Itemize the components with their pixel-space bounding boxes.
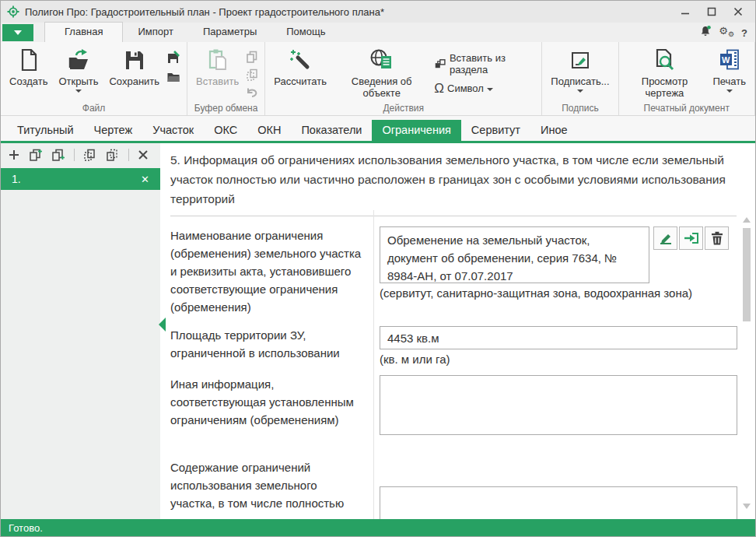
- copy-add-icon: [29, 148, 43, 162]
- chevron-down-icon: [75, 90, 82, 93]
- tab-restrictions[interactable]: Ограничения: [372, 120, 460, 141]
- copy-icon: [246, 51, 258, 63]
- edit-field-button[interactable]: [653, 226, 677, 250]
- symbol-button[interactable]: Ω Символ: [434, 82, 534, 95]
- record-item-label: 1.: [12, 173, 21, 185]
- scrollbar-thumb[interactable]: [743, 228, 751, 321]
- ribbon-tab-import[interactable]: Импорт: [123, 23, 187, 42]
- delete-record-button[interactable]: [138, 149, 149, 160]
- app-menu-button[interactable]: [2, 24, 33, 41]
- drawing-preview-button[interactable]: Просмотр чертежа: [622, 46, 708, 100]
- clear-field-button[interactable]: [705, 226, 729, 250]
- quick-icons: ⚙⚙ ?: [699, 25, 747, 40]
- insert-value-button[interactable]: [679, 226, 703, 250]
- paste-before-icon: [83, 148, 97, 162]
- paste-after-icon: [106, 148, 120, 162]
- maximize-button[interactable]: [707, 7, 716, 16]
- notifications-button[interactable]: [699, 25, 712, 40]
- close-button[interactable]: [733, 7, 743, 16]
- restriction-content-textarea[interactable]: [380, 486, 737, 519]
- group-label-print-document: Печатный документ: [619, 103, 754, 114]
- records-panel: 1. ✕: [1, 143, 160, 519]
- print-button[interactable]: W Печать: [707, 46, 751, 94]
- vertical-scrollbar[interactable]: [740, 216, 753, 511]
- insert-from-section-button[interactable]: Вставить из раздела: [434, 52, 534, 75]
- field-label: Площадь территории ЗУ, ограниченной в ис…: [170, 326, 380, 366]
- ribbon-tab-strip: Главная Импорт Параметры Помощь ⚙⚙ ?: [1, 23, 755, 42]
- ribbon-tab-main[interactable]: Главная: [44, 22, 123, 42]
- preview-drawing-icon: [652, 47, 677, 72]
- section-heading: 5. Информация об ограничениях использова…: [170, 150, 737, 209]
- folder-icon: [166, 70, 180, 84]
- tab-title-page[interactable]: Титульный: [7, 120, 84, 141]
- undo-button[interactable]: [246, 86, 258, 99]
- tab-parcel[interactable]: Участок: [142, 120, 204, 141]
- save-as-button[interactable]: [166, 51, 180, 65]
- ribbon-group-actions: Рассчитать Сведения об объекте: [265, 42, 542, 115]
- open-folder-icon: [66, 47, 91, 72]
- form-row-area: Площадь территории ЗУ, ограниченной в ис…: [170, 326, 737, 366]
- tab-drawing[interactable]: Чертеж: [84, 120, 143, 141]
- ribbon-tab-parameters[interactable]: Параметры: [188, 23, 271, 42]
- ribbon-group-file: Создать Открыть Сохрани: [1, 42, 187, 115]
- restriction-name-textarea[interactable]: Обременение на земельный участок, докуме…: [380, 226, 649, 283]
- help-button[interactable]: ?: [741, 27, 747, 39]
- paste-special-button[interactable]: [246, 68, 258, 81]
- open-recent-button[interactable]: [166, 70, 180, 84]
- column-divider: [373, 210, 374, 519]
- svg-text:W: W: [722, 55, 730, 65]
- paste-record-before-button[interactable]: [83, 148, 97, 162]
- undo-icon: [246, 86, 258, 99]
- insert-from-section-label: Вставить из раздела: [450, 52, 534, 75]
- omega-icon: Ω: [434, 82, 444, 95]
- group-label-clipboard: Буфер обмена: [187, 103, 264, 114]
- restrictions-form: Наименование ограничения (обременения) з…: [170, 216, 737, 519]
- restricted-area-input[interactable]: [380, 326, 737, 349]
- create-button[interactable]: Создать: [4, 46, 53, 89]
- save-icon: [122, 47, 147, 72]
- other-info-textarea[interactable]: [380, 375, 737, 435]
- gear-small-icon: ⚙: [728, 30, 734, 38]
- field-hint: (сервитут, санитарно-защитная зона, водо…: [380, 286, 737, 300]
- record-item-1[interactable]: 1. ✕: [1, 168, 160, 190]
- gear-icon: ⚙: [719, 25, 728, 37]
- field-hint: (кв. м или га): [380, 353, 737, 366]
- open-button[interactable]: Открыть: [53, 46, 103, 94]
- form-row-other-info: Иная информация, соответствующая установ…: [170, 375, 737, 438]
- records-toolbar: [1, 143, 160, 167]
- scroll-down-icon[interactable]: [743, 504, 751, 509]
- object-info-button[interactable]: Сведения об объекте: [332, 46, 431, 100]
- settings-button[interactable]: ⚙⚙: [719, 26, 734, 40]
- magic-wand-icon: [288, 47, 313, 72]
- sign-icon: [568, 47, 593, 72]
- minimize-button[interactable]: [681, 7, 690, 16]
- trash-icon: [709, 230, 725, 246]
- main-area: 1. ✕ 5. Информация об ограничениях испол…: [1, 143, 755, 519]
- word-document-icon: W: [717, 47, 742, 72]
- add-record-button[interactable]: [8, 149, 20, 161]
- paste-special-icon: [246, 68, 258, 81]
- ribbon-tab-help[interactable]: Помощь: [271, 23, 340, 42]
- copy-button[interactable]: [246, 51, 258, 63]
- paste-button[interactable]: Вставить: [191, 46, 244, 89]
- save-button[interactable]: Сохранить: [103, 46, 165, 89]
- insert-arrow-icon: [683, 230, 700, 247]
- tab-indicators[interactable]: Показатели: [291, 120, 372, 141]
- delete-x-icon: [138, 149, 149, 160]
- tab-other[interactable]: Иное: [530, 120, 578, 141]
- field-buttons: [653, 226, 729, 250]
- tab-servitude[interactable]: Сервитут: [461, 120, 530, 141]
- tab-okn[interactable]: ОКН: [247, 120, 291, 141]
- record-close-button[interactable]: ✕: [141, 174, 149, 184]
- field-label: Иная информация, соответствующая установ…: [170, 375, 380, 438]
- paste-record-after-button[interactable]: [106, 148, 120, 162]
- calculate-button[interactable]: Рассчитать: [268, 46, 332, 89]
- tab-oks[interactable]: ОКС: [204, 120, 247, 141]
- sign-button[interactable]: Подписать...: [545, 46, 614, 94]
- chevron-down-icon: [487, 88, 493, 91]
- app-logo-icon: [7, 5, 19, 18]
- copy-record-button[interactable]: [51, 148, 65, 162]
- file-mini-buttons: [165, 46, 184, 84]
- scroll-up-icon[interactable]: [743, 217, 751, 223]
- duplicate-record-button[interactable]: [29, 148, 43, 162]
